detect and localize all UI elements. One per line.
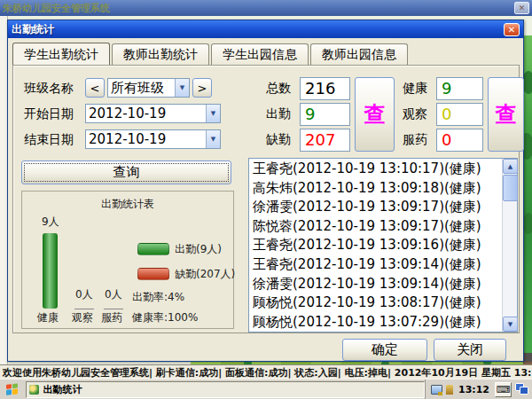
tab-student-attendance[interactable]: 学生出勤统计 xyxy=(12,43,110,65)
legend-absent-label: 缺勤(207人) xyxy=(175,267,235,282)
medicine-value: 0 xyxy=(436,129,483,152)
taskbar: 出勤统计 13:12 ⌨ xyxy=(0,379,532,399)
scrollbar-thumb[interactable] xyxy=(503,175,518,201)
list-item[interactable]: 顾杨悦(2012-10-19 13:07:29)(健康) xyxy=(250,313,501,331)
windows-logo-icon xyxy=(6,383,19,395)
tray-utility-icon[interactable] xyxy=(446,385,453,395)
end-date-value: 2012-10-19 xyxy=(86,130,206,148)
absent-label: 缺勤 xyxy=(266,132,291,148)
present-value: 9 xyxy=(300,103,350,126)
attendance-rate-label: 出勤率:4% xyxy=(132,290,184,305)
check-health-button[interactable]: 查 xyxy=(488,77,524,152)
check-attendance-button[interactable]: 查 xyxy=(355,77,395,152)
start-date-picker[interactable]: 2012-10-19 ▼ xyxy=(85,104,221,123)
network-monitor-icon[interactable] xyxy=(431,385,442,395)
main-window-close-button[interactable]: ✕ xyxy=(514,2,529,14)
checkin-list-rows: 王睿尧(2012-10-19 13:10:17)(健康) 高朱炜(2012-10… xyxy=(250,160,501,331)
present-label: 出勤 xyxy=(266,106,291,122)
app-icon xyxy=(29,385,39,395)
taskbar-task-button[interactable]: 出勤统计 xyxy=(26,381,425,398)
ok-button[interactable]: 确定 xyxy=(342,339,427,361)
start-date-label: 开始日期 xyxy=(24,106,74,122)
x-axis-label: 健康 xyxy=(37,310,59,325)
start-date-value: 2012-10-19 xyxy=(86,105,206,122)
end-date-picker[interactable]: 2012-10-19 ▼ xyxy=(85,129,221,149)
list-item[interactable]: 王睿尧(2012-10-19 13:09:16)(健康) xyxy=(250,236,501,255)
total-label: 总数 xyxy=(266,81,291,97)
chart-bar-observe xyxy=(74,309,94,309)
list-item[interactable]: 陈悦蓉(2012-10-19 13:09:17)(健康) xyxy=(250,217,501,237)
attendance-chart: 出勤统计表 9人 0人 0人 健康 观察 服药 出勤(9人) 缺勤(207人) … xyxy=(21,191,234,329)
scroll-down-icon[interactable]: ▼ xyxy=(503,317,518,332)
attendance-dialog: 出勤统计 ✕ 学生出勤统计 教师出勤统计 学生出园信息 教师出园信息 班级名称 … xyxy=(7,20,524,362)
legend-absent-swatch xyxy=(137,268,169,280)
observe-label: 观察 xyxy=(403,106,427,122)
prev-class-button[interactable]: < xyxy=(85,78,105,98)
chart-title: 出勤统计表 xyxy=(22,197,233,212)
dialog-close-button[interactable]: ✕ xyxy=(504,23,520,36)
absent-value: 207 xyxy=(300,129,350,152)
chevron-down-icon[interactable]: ▼ xyxy=(206,130,220,148)
list-item[interactable]: 徐潘雯(2012-10-19 13:09:17)(健康) xyxy=(250,198,501,217)
system-tray: 13:12 ⌨ xyxy=(425,379,532,399)
clock: 13:12 xyxy=(457,384,491,395)
observe-value: 0 xyxy=(436,103,483,126)
list-item[interactable]: 王睿尧(2012-10-19 13:10:17)(健康) xyxy=(250,160,501,179)
bar-value-label: 0人 xyxy=(105,287,122,302)
x-axis-label: 服药 xyxy=(101,310,122,325)
main-window-title: 朱桥幼儿园安全管理系统 xyxy=(3,2,514,15)
dialog-title: 出勤统计 xyxy=(12,22,504,37)
legend-present-label: 出勤(9人) xyxy=(175,242,222,257)
class-name-label: 班级名称 xyxy=(24,81,74,97)
close-button[interactable]: 关闭 xyxy=(434,339,506,361)
query-button[interactable]: 查询 xyxy=(21,160,231,184)
legend-present-swatch xyxy=(137,243,169,255)
list-item[interactable]: 顾杨悦(2012-10-19 13:08:17)(健康) xyxy=(250,293,501,313)
total-value: 216 xyxy=(300,77,350,100)
keyboard-icon[interactable]: ⌨ xyxy=(495,382,512,397)
tab-bar: 学生出勤统计 教师出勤统计 学生出园信息 教师出园信息 xyxy=(12,43,410,66)
x-axis-label: 观察 xyxy=(72,310,93,325)
health-rate-label: 健康率:100% xyxy=(132,310,198,325)
task-label: 出勤统计 xyxy=(43,383,82,396)
list-scrollbar[interactable]: ▲ ▼ xyxy=(502,159,517,332)
tab-teacher-attendance[interactable]: 教师出勤统计 xyxy=(112,43,209,65)
tab-teacher-exit-info[interactable]: 教师出园信息 xyxy=(310,43,408,65)
screen: 朱桥幼儿园安全管理系统 ✕ 出勤统计 ✕ 学生出勤统计 教师出勤统计 学生出园信… xyxy=(0,0,532,399)
class-select-value: 所有班级 xyxy=(108,79,175,97)
next-class-button[interactable]: > xyxy=(192,78,212,98)
chart-bar-healthy xyxy=(43,233,58,309)
main-window-titlebar: 朱桥幼儿园安全管理系统 ✕ xyxy=(0,0,532,16)
chevron-down-icon[interactable]: ▼ xyxy=(175,79,189,97)
tab-student-exit-info[interactable]: 学生出园信息 xyxy=(211,43,309,65)
healthy-label: 健康 xyxy=(403,81,427,97)
chart-bar-medicine xyxy=(104,309,123,309)
window-switcher-icon[interactable] xyxy=(515,383,529,395)
scroll-up-icon[interactable]: ▲ xyxy=(503,159,518,174)
checkin-list[interactable]: 王睿尧(2012-10-19 13:10:17)(健康) 高朱炜(2012-10… xyxy=(248,158,518,332)
dialog-titlebar[interactable]: 出勤统计 ✕ xyxy=(8,20,523,38)
list-item[interactable]: 高朱炜(2012-10-19 13:09:18)(健康) xyxy=(250,179,501,199)
list-item[interactable]: 徐潘雯(2012-10-19 13:09:14)(健康) xyxy=(250,275,501,294)
bar-value-label: 0人 xyxy=(75,287,93,302)
chevron-down-icon[interactable]: ▼ xyxy=(206,105,220,122)
list-item[interactable]: 王睿尧(2012-10-19 13:09:14)(健康) xyxy=(250,255,501,275)
tab-content-panel: 班级名称 < 所有班级 ▼ > 开始日期 2012-10-19 ▼ 结束日期 2… xyxy=(12,65,520,333)
status-bar: 欢迎使用朱桥幼儿园安全管理系统| 刷卡通信:成功| 面板通信:成功| 状态:入园… xyxy=(0,364,532,379)
start-button[interactable] xyxy=(2,381,22,398)
class-select[interactable]: 所有班级 ▼ xyxy=(107,78,190,98)
end-date-label: 结束日期 xyxy=(24,132,74,148)
healthy-value: 9 xyxy=(436,77,483,100)
bar-value-label: 9人 xyxy=(42,215,59,230)
medicine-label: 服药 xyxy=(403,132,427,148)
